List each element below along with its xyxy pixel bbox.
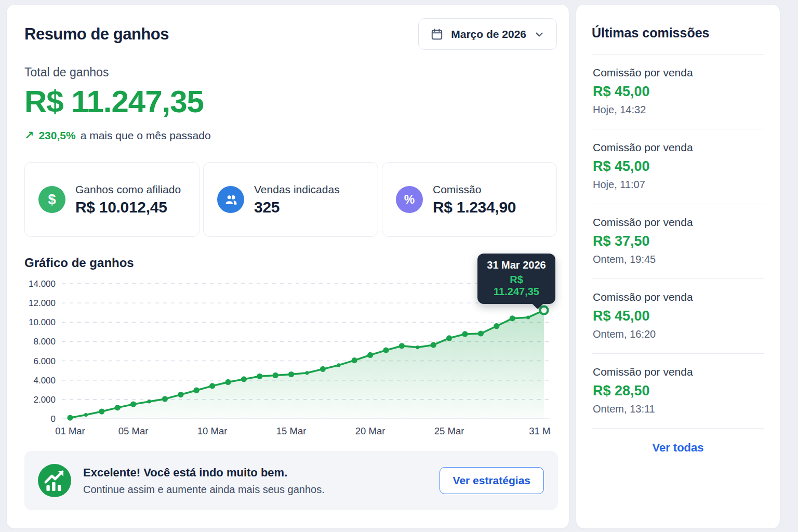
commission-value: R$ 37,50 (593, 233, 763, 249)
trend-text: a mais que o mês passado (81, 129, 211, 142)
svg-text:6.000: 6.000 (33, 356, 56, 366)
chevron-down-icon (534, 29, 545, 40)
latest-commissions-card: Últimas comissões Comissão por venda R$ … (576, 4, 780, 529)
svg-text:14.000: 14.000 (29, 279, 56, 289)
calendar-icon (430, 28, 444, 41)
view-all-link[interactable]: Ver todas (592, 441, 764, 455)
dashboard-page: Resumo de ganhos Março de 2026 (0, 0, 798, 529)
page-title: Resumo de ganhos (24, 25, 169, 44)
stat-card-referred-sales: Vendas indicadas 325 (203, 162, 378, 237)
commission-list-item: Comissão por venda R$ 28,50 Ontem, 13:11 (592, 354, 764, 428)
commission-label: Comissão por venda (593, 216, 763, 229)
tooltip-value: R$ 11.247,35 (487, 274, 546, 298)
earnings-chart[interactable]: 02.0004.0006.0008.00010.00012.00014.0000… (24, 277, 551, 442)
commission-list-item: Comissão por venda R$ 45,00 Ontem, 16:20 (592, 279, 764, 353)
summary-header: Resumo de ganhos Março de 2026 (24, 18, 557, 50)
sidebar-title: Últimas comissões (592, 25, 764, 41)
percent-icon: % (396, 186, 423, 213)
chart-tooltip: 31 Mar 2026 R$ 11.247,35 (477, 254, 555, 304)
svg-text:05 Mar: 05 Mar (118, 425, 149, 436)
svg-text:25 Mar: 25 Mar (434, 425, 464, 436)
stat-value: R$ 10.012,45 (75, 198, 181, 216)
commission-list-item: Comissão por venda R$ 45,00 Hoje, 14:32 (592, 55, 764, 129)
commission-label: Comissão por venda (593, 141, 763, 154)
trend-up-arrow-icon: ↗ (24, 129, 34, 142)
total-earnings-value: R$ 11.247,35 (24, 84, 557, 119)
commission-list-item: Comissão por venda R$ 37,50 Ontem, 19:45 (592, 204, 764, 278)
svg-text:2.000: 2.000 (33, 395, 56, 405)
commission-time: Ontem, 13:11 (593, 403, 763, 415)
svg-text:10.000: 10.000 (29, 317, 56, 327)
stat-value: 325 (254, 198, 340, 216)
users-icon (217, 186, 244, 213)
commission-time: Hoje, 11:07 (593, 179, 763, 191)
svg-text:0: 0 (51, 414, 56, 424)
commission-value: R$ 45,00 (593, 84, 763, 100)
view-strategies-button[interactable]: Ver estratégias (440, 467, 544, 494)
trend-row: ↗ 230,5% a mais que o mês passado (24, 129, 557, 142)
commission-time: Ontem, 16:20 (593, 328, 763, 340)
svg-text:15 Mar: 15 Mar (276, 425, 307, 436)
dollar-icon: $ (38, 186, 65, 213)
divider (592, 428, 764, 429)
svg-text:8.000: 8.000 (33, 337, 56, 347)
commission-value: R$ 28,50 (593, 383, 763, 399)
trend-percent: 230,5% (38, 129, 75, 142)
commission-value: R$ 45,00 (593, 308, 763, 324)
encouragement-banner: Excelente! Você está indo muito bem. Con… (24, 451, 558, 510)
svg-text:10 Mar: 10 Mar (197, 425, 228, 436)
svg-text:31 Mar: 31 Mar (529, 425, 551, 436)
commission-value: R$ 45,00 (593, 158, 763, 175)
svg-text:01 Mar: 01 Mar (55, 425, 85, 436)
commission-label: Comissão por venda (593, 291, 763, 303)
svg-text:20 Mar: 20 Mar (355, 425, 385, 436)
commission-time: Hoje, 14:32 (593, 104, 763, 116)
earnings-line-chart: 02.0004.0006.0008.00010.00012.00014.0000… (24, 277, 551, 442)
commission-label: Comissão por venda (593, 66, 763, 79)
stat-label: Comissão (433, 183, 516, 196)
stats-row: $ Ganhos como afiliado R$ 10.012,45 (24, 162, 557, 237)
banner-subtitle: Continue assim e aumente ainda mais seus… (83, 484, 428, 496)
month-selector[interactable]: Março de 2026 (418, 18, 557, 50)
stat-label: Ganhos como afiliado (75, 183, 181, 196)
stat-value: R$ 1.234,90 (433, 198, 516, 216)
commission-label: Comissão por venda (593, 366, 763, 378)
commission-time: Ontem, 19:45 (593, 254, 763, 265)
svg-text:12.000: 12.000 (29, 298, 56, 308)
commission-list-item: Comissão por venda R$ 45,00 Hoje, 11:07 (592, 129, 764, 204)
earnings-summary-card: Resumo de ganhos Março de 2026 (6, 4, 569, 529)
stat-card-commission: % Comissão R$ 1.234,90 (382, 162, 557, 237)
svg-text:4.000: 4.000 (33, 376, 56, 385)
tooltip-date: 31 Mar 2026 (487, 259, 546, 271)
banner-title: Excelente! Você está indo muito bem. (83, 466, 428, 480)
total-earnings-label: Total de ganhos (24, 65, 557, 79)
month-selector-label: Março de 2026 (451, 28, 526, 41)
stat-label: Vendas indicadas (254, 183, 340, 196)
trending-chart-icon (38, 464, 71, 497)
stat-card-affiliate-earnings: $ Ganhos como afiliado R$ 10.012,45 (24, 162, 200, 237)
